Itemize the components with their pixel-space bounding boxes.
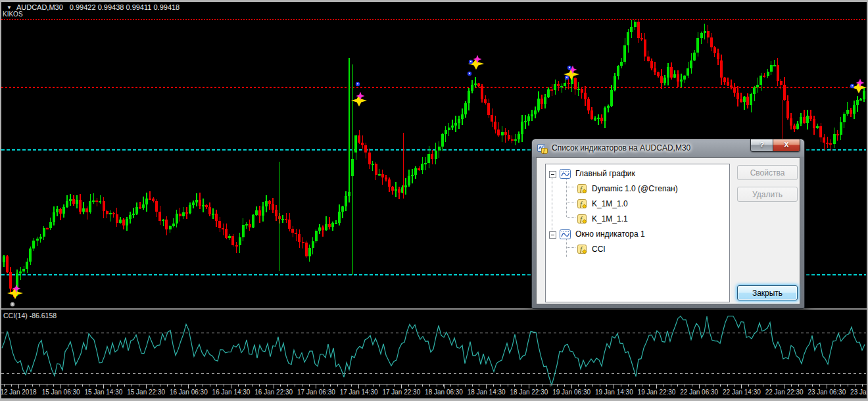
time-axis-label: 18 Jan 22:30	[510, 389, 548, 396]
function-icon: f	[577, 214, 587, 226]
tree-item-label: Окно индикатора 1	[575, 229, 645, 239]
collapse-box-icon[interactable]	[549, 171, 556, 178]
help-button[interactable]: ?	[751, 139, 773, 151]
tree-item-cci[interactable]: fCCI	[546, 242, 729, 257]
time-axis-label: 16 Jan 22:30	[254, 389, 293, 396]
time-axis-label: 17 Jan 06:30	[297, 389, 335, 396]
window-frame-bottom	[0, 398, 868, 401]
function-icon: f	[577, 199, 587, 211]
symbol-label: AUDCAD,M30	[16, 3, 63, 11]
tree-item-label: CCI	[592, 245, 606, 254]
dialog-title: Список индикаторов на AUDCAD,M30	[552, 143, 690, 153]
tree-item-главный-график[interactable]: Главный график	[546, 166, 729, 181]
time-axis-label: 16 Jan 14:30	[212, 389, 251, 396]
chart-window-icon	[560, 169, 571, 181]
close-dialog-button[interactable]: Закрыть	[737, 285, 798, 300]
tree-item-k-1m-1-1[interactable]: fK_1M_1.1	[546, 212, 729, 227]
time-axis-label: 12 Jan 2018	[0, 389, 36, 396]
time-axis[interactable]: 12 Jan 201815 Jan 06:3015 Jan 14:3015 Ja…	[0, 389, 868, 398]
function-icon: f	[577, 245, 587, 256]
time-axis-label: 16 Jan 06:30	[170, 389, 208, 396]
properties-button[interactable]: Свойства	[737, 165, 798, 180]
time-axis-label: 15 Jan 06:30	[42, 389, 80, 396]
indicators-list-icon: f	[537, 143, 548, 154]
chart-header: ▼AUDCAD,M300.99422 0.99438 0.99411 0.994…	[7, 3, 180, 11]
terminal-window: ▼AUDCAD,M300.99422 0.99438 0.99411 0.994…	[0, 0, 868, 401]
cci-value-label: CCI(14) -86.6158	[3, 312, 57, 319]
indicators-tree[interactable]: Главный графикfDynamic 1.0 (@Степан)fK_1…	[545, 164, 730, 302]
ohlc-values: 0.99422 0.99438 0.99411 0.99418	[70, 3, 180, 11]
time-axis-label: 19 Jan 14:30	[595, 389, 633, 396]
tree-item-k-1m-1-0[interactable]: fK_1M_1.0	[546, 197, 729, 212]
function-icon: f	[577, 184, 587, 196]
time-axis-label: 17 Jan 22:30	[382, 389, 420, 396]
time-axis-label: 19 Jan 22:30	[638, 389, 676, 396]
time-axis-label: 17 Jan 14:30	[340, 389, 378, 396]
time-axis-label: 22 Jan 22:30	[765, 389, 804, 396]
time-axis-label: 23 Jan 14:30	[850, 389, 868, 396]
collapse-box-icon[interactable]	[549, 231, 556, 239]
close-icon[interactable]: X	[773, 139, 800, 151]
time-axis-label: 23 Jan 06:30	[808, 389, 846, 396]
window-frame-left	[0, 0, 1, 401]
tree-item-label: K_1M_1.1	[592, 214, 628, 224]
time-axis-label: 15 Jan 22:30	[127, 389, 165, 396]
tree-item-окно-индикатора-1[interactable]: Окно индикатора 1	[546, 227, 729, 242]
tree-item-label: Главный график	[575, 169, 635, 178]
time-axis-separator	[0, 384, 868, 385]
time-axis-label: 19 Jan 06:30	[552, 389, 591, 396]
time-axis-label: 18 Jan 14:30	[468, 389, 506, 396]
dialog-titlebar[interactable]: f Список индикаторов на AUDCAD,M30 ? X	[532, 139, 804, 157]
time-axis-label: 22 Jan 06:30	[680, 389, 718, 396]
symbol-dropdown-arrow-icon[interactable]: ▼	[7, 5, 12, 11]
indicator-name-label: KIKOS	[3, 11, 23, 18]
time-axis-label: 18 Jan 06:30	[425, 389, 463, 396]
tree-item-label: Dynamic 1.0 (@Степан)	[592, 184, 678, 193]
time-axis-label: 22 Jan 14:30	[723, 389, 761, 396]
tree-item-label: K_1M_1.0	[592, 199, 628, 208]
tree-item-dynamic-1-0-степан-[interactable]: fDynamic 1.0 (@Степан)	[546, 181, 729, 197]
chart-window-icon	[560, 229, 571, 241]
time-axis-label: 15 Jan 14:30	[84, 389, 122, 396]
dialog-client-area: Главный графикfDynamic 1.0 (@Степан)fK_1…	[536, 157, 800, 304]
delete-button[interactable]: Удалить	[737, 187, 798, 202]
indicators-dialog: f Список индикаторов на AUDCAD,M30 ? X Г…	[531, 139, 805, 309]
window-frame-top	[0, 0, 868, 2]
